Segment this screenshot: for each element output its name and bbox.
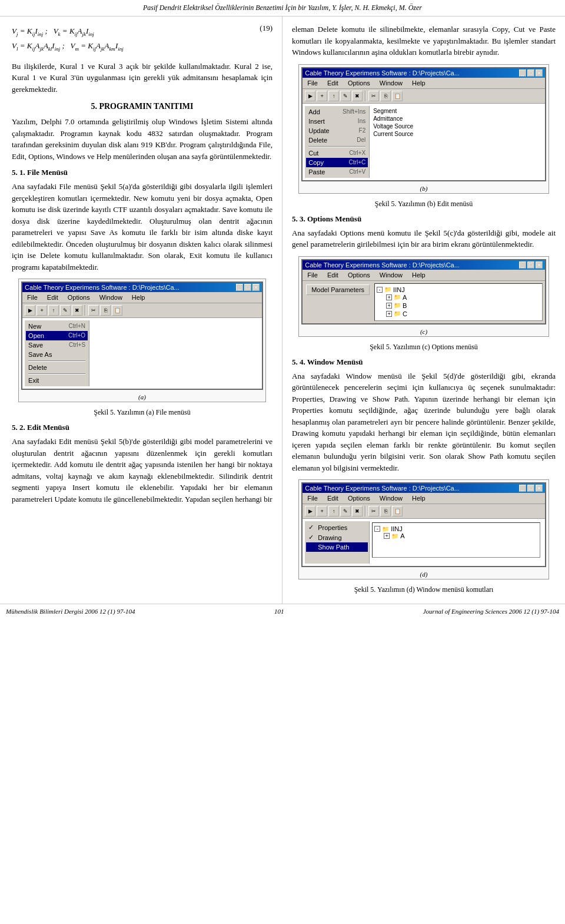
sw-titlebar-buttons-options: _ □ ×	[519, 261, 543, 269]
win-toolbar-icon-7[interactable]: ⎘	[380, 506, 391, 516]
minimize-btn-options[interactable]: _	[519, 261, 526, 269]
edit-cut-label: Cut	[308, 150, 318, 157]
edit-update[interactable]: Update F2	[306, 126, 368, 135]
toolbar-icon-1[interactable]: ▶	[25, 305, 35, 316]
edit-menu-options[interactable]: Options	[345, 79, 373, 87]
tree-node-c: + 📁 C	[386, 310, 540, 318]
tree-expand-c[interactable]: +	[386, 311, 392, 317]
win-toolbar-icon-4[interactable]: ✎	[340, 506, 351, 516]
opt-menu-window[interactable]: Window	[377, 271, 405, 279]
sw-window-edit: Cable Theory Experimens Software : D:\Pr…	[301, 67, 546, 181]
file-saveas-label: Save As	[28, 351, 52, 358]
win-menu-window[interactable]: Window	[377, 494, 405, 502]
win-tree-label-a: A	[400, 532, 404, 539]
edit-right-current[interactable]: Current Source	[372, 130, 540, 138]
win-menu-edit[interactable]: Edit	[325, 494, 341, 502]
edit-copy[interactable]: Copy Ctrl+C	[306, 158, 368, 167]
win-toolbar-icon-6[interactable]: ✂	[368, 506, 379, 516]
section5-title: 5. PROGRAMIN TANITIMI	[12, 102, 272, 111]
edit-menu-window[interactable]: Window	[377, 79, 405, 87]
menu-help[interactable]: Help	[129, 293, 148, 302]
menu-window[interactable]: Window	[97, 293, 125, 302]
toolbar-icon-5[interactable]: ✖	[72, 305, 82, 316]
tree-expand-iinj[interactable]: -	[377, 287, 383, 293]
minimize-btn[interactable]: _	[236, 284, 243, 291]
minimize-btn-window[interactable]: _	[519, 485, 526, 492]
file-menu-open[interactable]: Open Ctrl+O	[26, 331, 88, 340]
close-btn-edit[interactable]: ×	[536, 69, 543, 77]
tree-node-a: + 📁 A	[386, 293, 540, 302]
minimize-btn-edit[interactable]: _	[519, 69, 526, 77]
toolbar-icon-4[interactable]: ✎	[60, 305, 71, 316]
close-btn[interactable]: ×	[252, 284, 260, 291]
toolbar-icon-7[interactable]: ⎘	[100, 305, 111, 316]
toolbar-icon-6[interactable]: ✂	[88, 305, 99, 316]
model-parameters-btn[interactable]: Model Parameters	[306, 284, 370, 295]
opt-menu-file[interactable]: File	[305, 271, 320, 279]
file-menu-saveas[interactable]: Save As	[26, 350, 88, 359]
edit-toolbar-icon-2[interactable]: +	[317, 91, 327, 101]
edit-toolbar-icon-4[interactable]: ✎	[340, 91, 351, 101]
toolbar-icon-3[interactable]: ↑	[48, 305, 59, 316]
win-toolbar-icon-1[interactable]: ▶	[305, 506, 315, 516]
edit-toolbar-icon-6[interactable]: ✂	[368, 91, 379, 101]
fig5c-caption: (c)	[299, 327, 549, 336]
content-area: Vj = KijIinj ; Vk = KijAjkIinj Vl = KijA…	[0, 16, 565, 604]
opt-menu-edit[interactable]: Edit	[325, 271, 341, 279]
sw-titlebar-file: Cable Theory Experimens Software : D:\Pr…	[22, 283, 262, 292]
opt-menu-help[interactable]: Help	[410, 271, 428, 279]
edit-cut[interactable]: Cut Ctrl+X	[306, 148, 368, 158]
tree-expand-b[interactable]: +	[386, 303, 392, 309]
menu-options[interactable]: Options	[65, 293, 92, 302]
win-toolbar-icon-5[interactable]: ✖	[352, 506, 363, 516]
edit-right-voltage[interactable]: Voltage Source	[372, 122, 540, 130]
win-tree-expand-iinj[interactable]: -	[374, 526, 380, 532]
win-toolbar-icon-2[interactable]: +	[317, 506, 327, 516]
win-toolbar-icon-3[interactable]: ↑	[328, 506, 339, 516]
header-text: Pasif Dendrit Elektriksel Özelliklerinin…	[143, 4, 422, 12]
file-menu-new[interactable]: New Ctrl+N	[26, 322, 88, 331]
close-btn-window[interactable]: ×	[536, 485, 543, 492]
edit-menu-edit[interactable]: Edit	[325, 79, 341, 87]
edit-toolbar-icon-7[interactable]: ⎘	[380, 91, 391, 101]
edit-add[interactable]: Add Shift+Ins	[306, 107, 368, 117]
maximize-btn-window[interactable]: □	[527, 485, 534, 492]
menu-edit[interactable]: Edit	[45, 293, 61, 302]
file-menu-delete[interactable]: Delete	[26, 363, 88, 372]
win-menu-options[interactable]: Options	[345, 494, 373, 502]
edit-menu-help[interactable]: Help	[410, 79, 428, 87]
opt-menu-options[interactable]: Options	[345, 271, 373, 279]
close-btn-options[interactable]: ×	[536, 261, 543, 269]
edit-toolbar-icon-1[interactable]: ▶	[305, 91, 315, 101]
edit-toolbar-icon-8[interactable]: 📋	[392, 91, 403, 101]
tree-children-iinj: + 📁 A + 📁	[386, 293, 540, 318]
win-menu-file[interactable]: File	[305, 494, 320, 502]
formula-eq19: Vj = KijIinj ; Vk = KijAjkIinj Vl = KijA…	[12, 24, 272, 55]
win-menu-showpath[interactable]: Show Path	[306, 542, 368, 552]
maximize-btn-options[interactable]: □	[527, 261, 534, 269]
edit-insert[interactable]: Insert Ins	[306, 117, 368, 126]
maximize-btn[interactable]: □	[244, 284, 251, 291]
edit-toolbar-icon-5[interactable]: ✖	[352, 91, 363, 101]
edit-paste[interactable]: Paste Ctrl+V	[306, 167, 368, 177]
maximize-btn-edit[interactable]: □	[527, 69, 534, 77]
tree-expand-a[interactable]: +	[386, 294, 392, 300]
sw-toolbar-window: ▶ + ↑ ✎ ✖ ✂ ⎘ 📋	[303, 504, 545, 519]
win-menu-properties[interactable]: ✓ Properties	[306, 522, 368, 532]
menu-file[interactable]: File	[25, 293, 40, 302]
edit-toolbar-icon-3[interactable]: ↑	[328, 91, 339, 101]
edit-right-admittance[interactable]: Admittance	[372, 115, 540, 122]
file-save-label: Save	[28, 342, 43, 349]
edit-menu-file[interactable]: File	[305, 79, 320, 87]
win-menu-drawing[interactable]: ✓ Drawing	[306, 532, 368, 542]
file-menu-exit[interactable]: Exit	[26, 376, 88, 385]
math-line-1: Vj = KijIinj ; Vk = KijAjkIinj	[12, 25, 254, 38]
edit-delete[interactable]: Delete Del	[306, 135, 368, 145]
win-tree-expand-a[interactable]: +	[384, 533, 390, 539]
file-menu-save[interactable]: Save Ctrl+S	[26, 340, 88, 350]
toolbar-icon-2[interactable]: +	[36, 305, 47, 316]
edit-right-segment[interactable]: Segment	[372, 107, 540, 115]
win-toolbar-icon-8[interactable]: 📋	[392, 506, 403, 516]
toolbar-icon-8[interactable]: 📋	[112, 305, 122, 316]
win-menu-help[interactable]: Help	[410, 494, 428, 502]
